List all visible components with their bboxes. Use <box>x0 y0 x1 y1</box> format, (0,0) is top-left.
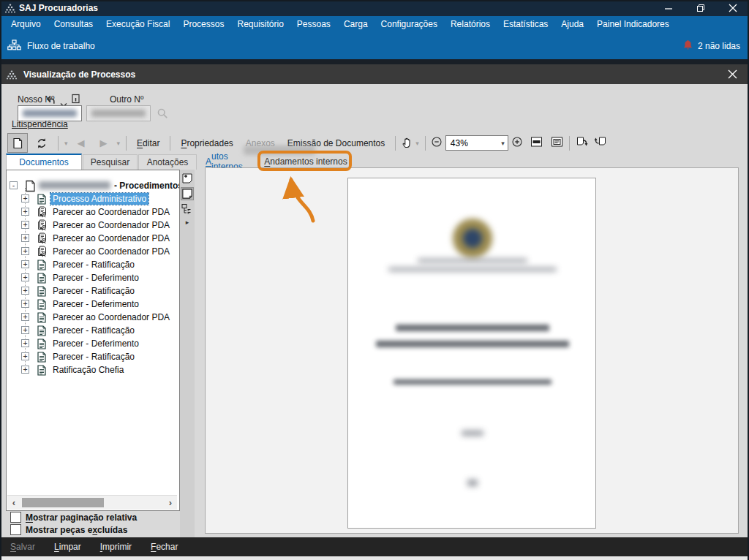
tree-item-label[interactable]: Parecer - Ratificação <box>50 259 137 270</box>
scroll-left-icon[interactable]: ‹ <box>7 496 20 510</box>
tree-row: +Parecer - Deferimento <box>7 271 180 284</box>
tab-documentos[interactable]: Documentos <box>6 154 82 170</box>
tree-item-label[interactable]: Parecer - Deferimento <box>50 272 141 284</box>
tree-expander-icon[interactable]: + <box>21 194 29 203</box>
next-document-button[interactable]: ▶ <box>100 137 108 148</box>
document-view-button[interactable] <box>181 187 194 200</box>
imprimir-button[interactable]: Imprimir <box>100 542 132 552</box>
excluded-parts-option[interactable]: Mostrar peças excluídas <box>10 524 127 535</box>
menu-item-arquivo[interactable]: Arquivo <box>4 16 48 33</box>
tree-expander-icon[interactable]: + <box>21 221 29 229</box>
refresh-button[interactable] <box>31 133 52 153</box>
tree-expander-icon[interactable]: + <box>21 339 29 347</box>
fit-width-button[interactable] <box>530 137 543 150</box>
tree-item-label[interactable]: Parecer - Deferimento <box>50 298 141 310</box>
search-icon[interactable] <box>157 107 168 122</box>
tree-expander-icon[interactable]: + <box>21 247 29 255</box>
other-number-label: Outro Nº <box>110 94 143 105</box>
tree-item-label[interactable]: Parecer - Ratificação <box>50 325 137 336</box>
tree-item-label[interactable]: Ratificação Chefia <box>50 364 126 376</box>
menu-item-configuracoes[interactable]: Configurações <box>374 16 444 33</box>
checkbox[interactable] <box>10 524 21 535</box>
document-icon <box>36 285 48 297</box>
minimize-button[interactable] <box>652 0 685 16</box>
tree-item-label[interactable]: Processo Administrativo <box>50 193 148 205</box>
zoom-out-icon[interactable] <box>432 137 442 150</box>
zoom-in-icon[interactable] <box>512 137 522 150</box>
nav-dropdown-icon[interactable]: ▾ <box>64 140 68 147</box>
workflow-button[interactable]: Fluxo de trabalho <box>7 39 95 53</box>
inner-window-titlebar: Visualização de Processos <box>0 64 749 84</box>
document-icon <box>36 259 48 270</box>
tree-item-label[interactable]: Parecer - Ratificação <box>50 285 137 297</box>
tree-view-button[interactable] <box>181 203 194 216</box>
tree-expander-icon[interactable]: + <box>21 273 29 281</box>
menu-item-carga[interactable]: Carga <box>337 16 374 33</box>
tree-item-label[interactable]: Parecer - Deferimento <box>50 338 141 349</box>
tree-row: +Parecer ao Coordenador PDA <box>7 219 180 232</box>
previous-page-button[interactable] <box>593 136 607 151</box>
more-options-icon[interactable]: ▸ <box>181 218 194 227</box>
tree-expander-icon[interactable]: + <box>21 287 29 295</box>
zoom-level-value: 43% <box>451 138 468 148</box>
tree-expander-icon[interactable]: + <box>21 366 29 374</box>
fechar-button[interactable]: Fechar <box>151 542 178 552</box>
hand-tool-button[interactable]: ▾ <box>402 137 419 149</box>
zoom-level-select[interactable]: 43% ▾ <box>445 135 508 151</box>
page-view-button[interactable] <box>7 133 28 153</box>
saj-logo-icon <box>4 3 16 16</box>
document-icon <box>36 338 48 349</box>
previous-document-button[interactable]: ◀ <box>78 137 85 148</box>
scroll-right-icon[interactable]: › <box>164 496 177 510</box>
tree-expander-icon[interactable]: + <box>21 313 29 321</box>
tree-expander-icon[interactable]: + <box>21 208 29 216</box>
menu-item-estatisticas[interactable]: Estatísticas <box>497 16 554 33</box>
menu-item-processos[interactable]: Processos <box>176 16 230 33</box>
menu-item-execucao-fiscal[interactable]: Execução Fiscal <box>99 16 176 33</box>
nav-dropdown-icon[interactable]: ▾ <box>117 140 121 147</box>
tree-item-label[interactable]: Parecer - Ratificação <box>50 351 137 363</box>
document-icon <box>36 311 48 323</box>
menu-item-relatorios[interactable]: Relatórios <box>444 16 497 33</box>
close-button[interactable] <box>717 0 749 16</box>
menu-item-consultas[interactable]: Consultas <box>48 16 99 33</box>
tree-item-label[interactable]: Parecer ao Coordenador PDA <box>50 219 172 231</box>
add-document-button[interactable] <box>181 172 194 185</box>
tree-expander-icon[interactable]: + <box>21 352 29 360</box>
edit-button[interactable]: Editar <box>132 138 164 148</box>
tab-pesquisar[interactable]: Pesquisar <box>83 154 138 170</box>
menu-item-ajuda[interactable]: Ajuda <box>554 16 590 33</box>
tree-expander-icon[interactable]: - <box>10 181 18 189</box>
workflow-icon <box>7 39 21 53</box>
tree-item-label[interactable]: Parecer ao Coordenador PDA <box>50 206 172 218</box>
relative-pagination-option[interactable]: Mostrar paginação relativa <box>10 512 137 523</box>
properties-button[interactable]: Propriedades <box>176 138 237 148</box>
inner-close-button[interactable] <box>715 64 749 84</box>
menu-item-requisitorio[interactable]: Requisitório <box>230 16 290 33</box>
litispendencia-link[interactable]: Litispendência <box>12 119 68 129</box>
other-number-input <box>86 105 151 121</box>
tree-item-label[interactable]: Parecer ao Coordenador PDA <box>50 246 172 257</box>
checkbox[interactable] <box>10 512 21 523</box>
tree-item-label[interactable]: Parecer ao Coordenador PDA <box>50 311 172 323</box>
footer-button-bar: SalvarLimparImprimirFechar <box>0 537 749 556</box>
tree-expander-icon[interactable]: + <box>21 326 29 334</box>
tab-anotacoes[interactable]: Anotações <box>138 154 197 170</box>
notifications-button[interactable]: 2 não lidas <box>683 39 740 53</box>
restore-button[interactable] <box>685 0 717 16</box>
hand-tool-dropdown-icon[interactable]: ▾ <box>415 140 419 147</box>
tree-horizontal-scrollbar[interactable]: ‹ › <box>7 495 177 510</box>
next-page-button[interactable] <box>576 136 590 151</box>
scrollbar-thumb[interactable] <box>22 498 104 507</box>
tree-expander-icon[interactable]: + <box>21 234 29 242</box>
menu-item-painel-indicadores[interactable]: Painel Indicadores <box>590 16 676 33</box>
tree-item-label[interactable]: - Procedimentos A <box>112 180 180 192</box>
tree-expander-icon[interactable]: + <box>21 300 29 308</box>
menu-item-pessoas[interactable]: Pessoas <box>290 16 337 33</box>
tree-expander-icon[interactable]: + <box>21 260 29 268</box>
window-bottom-edge <box>0 556 749 560</box>
tree-item-label[interactable]: Parecer ao Coordenador PDA <box>50 232 172 244</box>
fit-page-button[interactable] <box>551 137 563 150</box>
sealed-document-icon <box>36 206 48 218</box>
limpar-button[interactable]: Limpar <box>54 542 81 552</box>
